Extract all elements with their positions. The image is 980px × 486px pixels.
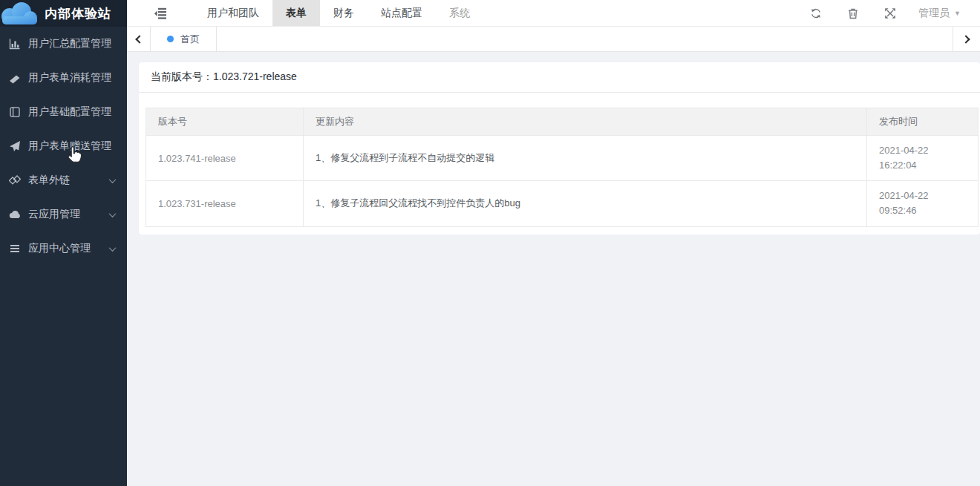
column-header-content: 更新内容 [304, 108, 867, 136]
chevron-left-icon [135, 35, 143, 43]
sidebar-item-label: 应用中心管理 [28, 242, 110, 255]
current-version-text: 当前版本号：1.023.721-release [139, 62, 980, 93]
fullscreen-icon[interactable] [884, 7, 896, 19]
app-logo: 内部体验站 [0, 0, 127, 27]
top-nav: 用户和团队 表单 财务 站点配置 系统 [194, 0, 483, 26]
release-time: 2021-04-22 09:52:46 [867, 181, 979, 226]
chevron-down-icon [109, 210, 117, 217]
sidebar-item-label: 用户表单赠送管理 [28, 139, 115, 153]
nav-tab-forms[interactable]: 表单 [272, 0, 320, 26]
release-time: 2021-04-22 16:22:04 [867, 136, 979, 181]
sidebar-menu: 用户汇总配置管理 用户表单消耗管理 用户基础配置管理 用户表单赠送管理 [0, 27, 127, 266]
tabs-scroll-left-button[interactable] [127, 27, 151, 51]
release-content: 1、修复子流程回父流程找不到控件负责人的bug [304, 181, 867, 226]
chevron-right-icon [961, 35, 970, 43]
column-header-publish-time: 发布时间 [867, 108, 979, 136]
release-content: 1、修复父流程到子流程不自动提交的逻辑 [304, 136, 867, 181]
paper-plane-icon [9, 140, 21, 152]
tabs-scroll-right-button[interactable] [953, 27, 980, 51]
sidebar-item-label: 表单外链 [28, 174, 110, 187]
app-title: 内部体验站 [45, 5, 111, 22]
user-dropdown[interactable]: 管理员 ▼ [918, 7, 961, 20]
sidebar-item-label: 用户表单消耗管理 [28, 71, 115, 85]
cloud-logo-icon [0, 1, 40, 26]
book-icon [9, 106, 21, 118]
table-header-row: 版本号 更新内容 发布时间 [146, 108, 979, 136]
sidebar-item-form-external-link[interactable]: 表单外链 [0, 163, 127, 197]
tab-home-label: 首页 [180, 33, 200, 46]
tab-home[interactable]: 首页 [151, 27, 217, 51]
sidebar-item-user-summary-config[interactable]: 用户汇总配置管理 [0, 27, 127, 61]
sidebar-item-label: 用户汇总配置管理 [28, 37, 115, 50]
user-name: 管理员 [918, 7, 950, 20]
release-version: 1.023.741-release [146, 136, 304, 181]
chevron-down-icon [109, 176, 117, 183]
sidebar: 内部体验站 用户汇总配置管理 用户表单消耗管理 用户基础配置管理 [0, 0, 127, 486]
menu-icon [9, 243, 21, 255]
top-header: 用户和团队 表单 财务 站点配置 系统 [127, 0, 980, 27]
page-tabs-bar: 首页 [127, 27, 980, 52]
release-version: 1.023.731-release [146, 181, 304, 226]
nav-tab-site-config[interactable]: 站点配置 [368, 0, 436, 26]
main-area: 用户和团队 表单 财务 站点配置 系统 [127, 0, 980, 486]
tabs-spacer [217, 27, 953, 51]
sidebar-item-label: 用户基础配置管理 [28, 105, 115, 119]
eraser-icon [9, 72, 21, 84]
sidebar-item-user-base-config[interactable]: 用户基础配置管理 [0, 95, 127, 129]
release-panel: 当前版本号：1.023.721-release 版本号 更新内容 发布时间 1.… [139, 62, 980, 234]
header-actions: 管理员 ▼ [785, 0, 980, 26]
release-table: 版本号 更新内容 发布时间 1.023.741-release 1、修复父流程到… [146, 108, 979, 227]
bar-chart-icon [9, 38, 21, 50]
table-row: 1.023.741-release 1、修复父流程到子流程不自动提交的逻辑 20… [146, 136, 979, 181]
table-row: 1.023.731-release 1、修复子流程回父流程找不到控件负责人的bu… [146, 181, 979, 226]
chevron-down-icon [109, 244, 117, 252]
column-header-version: 版本号 [146, 108, 304, 136]
fold-sidebar-icon[interactable] [154, 7, 167, 19]
active-tab-dot-icon [167, 36, 174, 42]
trash-icon[interactable] [847, 7, 859, 19]
sidebar-item-user-form-consume[interactable]: 用户表单消耗管理 [0, 61, 127, 95]
link-icon [9, 174, 21, 186]
caret-down-icon: ▼ [954, 10, 961, 17]
cloud-icon [9, 208, 21, 220]
refresh-icon[interactable] [810, 7, 822, 19]
sidebar-item-app-center-mgmt[interactable]: 应用中心管理 [0, 231, 127, 266]
nav-tab-system[interactable]: 系统 [436, 0, 483, 26]
nav-tab-users-teams[interactable]: 用户和团队 [194, 0, 272, 26]
app-layout: 内部体验站 用户汇总配置管理 用户表单消耗管理 用户基础配置管理 [0, 0, 980, 486]
content-area: 当前版本号：1.023.721-release 版本号 更新内容 发布时间 1.… [127, 52, 980, 486]
sidebar-item-cloud-app-mgmt[interactable]: 云应用管理 [0, 197, 127, 231]
sidebar-item-user-form-gift[interactable]: 用户表单赠送管理 [0, 129, 127, 163]
nav-tab-finance[interactable]: 财务 [320, 0, 368, 26]
sidebar-item-label: 云应用管理 [28, 208, 110, 221]
